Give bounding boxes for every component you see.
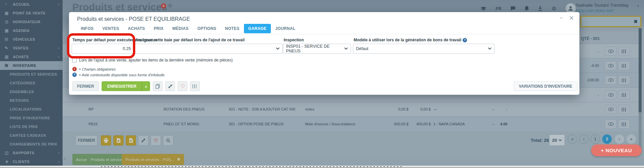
work-order-model-label-text: Modèle à utiliser lors de la génération …	[354, 38, 461, 42]
tab-notes[interactable]: NOTES	[221, 24, 244, 33]
barcode-button[interactable]	[190, 81, 200, 91]
help-icon: ?	[72, 73, 77, 77]
modal-button-row: FERMER ENREGISTRER ▲ ♡	[72, 81, 200, 91]
required-icon: !	[72, 67, 77, 71]
duplicate-button[interactable]	[153, 81, 163, 91]
inspection-value: INSP01 - SERVICE DE PNEUS	[286, 44, 342, 53]
chevron-down-icon	[276, 47, 280, 50]
modal-tabs: INFOS VENTES ACHATS PRIX MÉDIAS OPTIONS …	[76, 24, 300, 33]
app-root: ◔ACCUEIL‹ ▣POINT DE VENTE ◷HORODATEUR ▦A…	[0, 0, 644, 168]
inspection-label: Inspection	[284, 38, 304, 42]
link-button[interactable]	[165, 81, 175, 91]
tab-journal[interactable]: JOURNAL	[271, 24, 300, 33]
product-modal: Produits et services - POSE ET EQUILIBRA…	[69, 12, 579, 95]
inspection-select[interactable]: INSP01 - SERVICE DE PNEUS	[283, 44, 351, 54]
work-order-model-select[interactable]: Défaut	[353, 44, 495, 54]
tab-garage[interactable]: GARAGE	[244, 24, 271, 33]
tab-ventes[interactable]: VENTES	[98, 24, 123, 33]
tab-achats[interactable]: ACHATS	[123, 24, 149, 33]
new-product-button[interactable]: + NOUVEAU	[591, 144, 642, 156]
save-button-group: ENREGISTRER ▲	[102, 81, 150, 91]
work-order-model-label: Modèle à utiliser lors de la génération …	[354, 38, 467, 42]
memory-parts-label: Lors de l'ajout à une vente, ajouter les…	[79, 58, 233, 62]
tabs-divider	[69, 34, 579, 34]
default-time-input[interactable]	[72, 44, 134, 54]
default-bay-label: Assigner cette baie par défaut lors de l…	[135, 38, 245, 42]
close-icon[interactable]: ✕	[569, 14, 574, 22]
help-icon[interactable]: ?	[463, 38, 467, 42]
close-button[interactable]: FERMER	[72, 81, 99, 91]
work-order-model-value: Défaut	[356, 46, 368, 51]
chevron-down-icon	[488, 47, 492, 50]
save-button[interactable]: ENREGISTRER	[102, 82, 142, 91]
legend-required: ! = Champs obligatoires	[72, 67, 116, 71]
barcode-icon	[192, 84, 198, 88]
tab-infos[interactable]: INFOS	[76, 24, 98, 33]
tab-options[interactable]: OPTIONS	[193, 24, 221, 33]
default-bay-select[interactable]	[135, 44, 283, 54]
chevron-down-icon	[344, 47, 348, 50]
tab-prix[interactable]: PRIX	[149, 24, 168, 33]
minimize-icon[interactable]: −	[560, 15, 563, 22]
heart-icon: ♡	[180, 84, 185, 89]
inventory-variations-button[interactable]: VARIATIONS D'INVENTAIRE	[514, 81, 577, 91]
legend-help: ? = Aide contextuelle disponible sous fo…	[72, 73, 165, 77]
modal-title: Produits et services - POSE ET EQUILIBRA…	[77, 16, 190, 22]
clipped-bottom-content	[0, 166, 644, 168]
save-options-caret[interactable]: ▲	[142, 82, 150, 91]
tab-medias[interactable]: MÉDIAS	[168, 24, 193, 33]
memory-parts-checkbox-row: Lors de l'ajout à une vente, ajouter les…	[72, 58, 233, 62]
favorite-heart-button[interactable]: ♡	[178, 81, 187, 91]
memory-parts-checkbox[interactable]	[72, 58, 77, 62]
legend-text: = Champs obligatoires	[79, 67, 116, 71]
legend-text: = Aide contextuelle disponible sous form…	[79, 73, 165, 77]
